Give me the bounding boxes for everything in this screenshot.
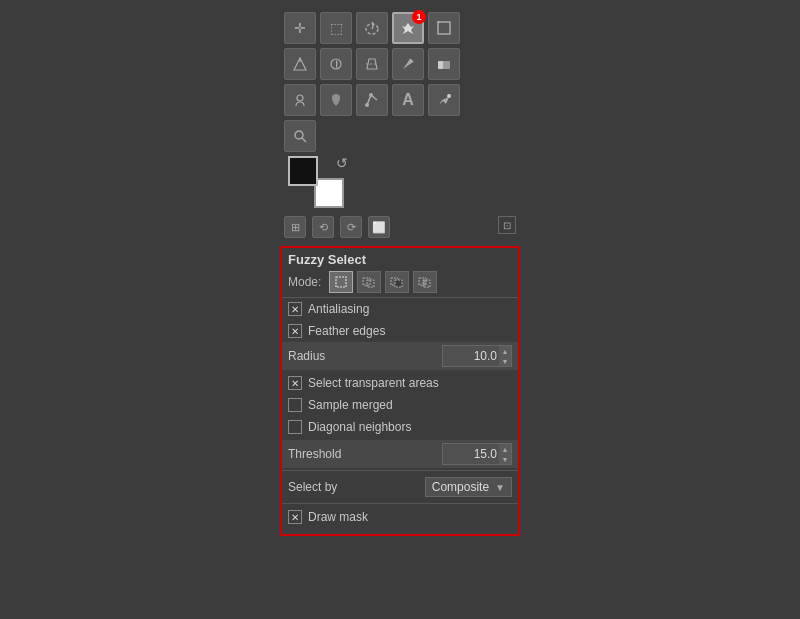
tool-row-2 <box>284 48 516 80</box>
mode-row: Mode: <box>282 269 518 297</box>
mini-icon-undo[interactable]: ⟲ <box>312 216 334 238</box>
svg-rect-4 <box>438 61 443 69</box>
antialiasing-label: Antialiasing <box>308 302 369 316</box>
draw-mask-label: Draw mask <box>308 510 368 524</box>
main-container: ✛ ⬚ 1 <box>265 0 535 619</box>
feather-edges-row: ✕ Feather edges <box>282 320 518 342</box>
tool-row-4 <box>284 120 516 152</box>
svg-point-9 <box>295 131 303 139</box>
tool-color-picker[interactable] <box>428 84 460 116</box>
mode-label: Mode: <box>288 275 321 289</box>
tool-heal[interactable] <box>320 84 352 116</box>
antialiasing-row: ✕ Antialiasing <box>282 298 518 320</box>
select-by-chevron-icon: ▼ <box>495 482 505 493</box>
mini-icon-panel[interactable]: ⊡ <box>498 216 516 234</box>
fuzzy-select-title: Fuzzy Select <box>282 248 518 269</box>
mode-intersect-btn[interactable] <box>413 271 437 293</box>
tool-lasso[interactable] <box>356 12 388 44</box>
color-reset-icon[interactable]: ↺ <box>336 156 348 170</box>
antialiasing-checkbox[interactable]: ✕ <box>288 302 302 316</box>
radius-up-arrow[interactable]: ▲ <box>499 346 511 356</box>
draw-mask-row: ✕ Draw mask <box>282 504 518 530</box>
select-by-value: Composite <box>432 480 489 494</box>
radius-arrows: ▲ ▼ <box>499 346 511 366</box>
diagonal-neighbors-label: Diagonal neighbors <box>308 420 411 434</box>
svg-point-6 <box>365 103 369 107</box>
tool-path[interactable] <box>356 84 388 116</box>
select-transparent-checkbox[interactable]: ✕ <box>288 376 302 390</box>
color-bg-swatch[interactable] <box>314 178 344 208</box>
radius-down-arrow[interactable]: ▼ <box>499 356 511 366</box>
tool-perspective[interactable] <box>356 48 388 80</box>
tool-crop[interactable] <box>428 12 460 44</box>
mode-replace-btn[interactable] <box>329 271 353 293</box>
panel-bottom-border <box>282 530 518 534</box>
tool-text[interactable]: A <box>392 84 424 116</box>
threshold-value: 15.0 <box>443 447 499 461</box>
radius-value: 10.0 <box>443 349 499 363</box>
select-by-label: Select by <box>288 480 425 494</box>
tool-flip[interactable] <box>320 48 352 80</box>
feather-edges-label: Feather edges <box>308 324 385 338</box>
mini-icon-something[interactable]: ⬜ <box>368 216 390 238</box>
threshold-label: Threshold <box>288 447 442 461</box>
select-transparent-label: Select transparent areas <box>308 376 439 390</box>
threshold-row: Threshold 15.0 ▲ ▼ <box>282 440 518 468</box>
svg-rect-1 <box>438 22 450 34</box>
threshold-up-arrow[interactable]: ▲ <box>499 444 511 454</box>
select-transparent-row: ✕ Select transparent areas <box>282 372 518 394</box>
tool-transform[interactable] <box>284 48 316 80</box>
threshold-spinner[interactable]: 15.0 ▲ ▼ <box>442 443 512 465</box>
radius-label: Radius <box>288 349 442 363</box>
sample-merged-row: Sample merged <box>282 394 518 416</box>
mini-icon-screens[interactable]: ⊞ <box>284 216 306 238</box>
feather-edges-checkbox[interactable]: ✕ <box>288 324 302 338</box>
tool-paint[interactable] <box>392 48 424 80</box>
select-by-dropdown[interactable]: Composite ▼ <box>425 477 512 497</box>
draw-mask-checkbox[interactable]: ✕ <box>288 510 302 524</box>
threshold-down-arrow[interactable]: ▼ <box>499 454 511 464</box>
tool-erase[interactable] <box>428 48 460 80</box>
color-fg-swatch[interactable] <box>288 156 318 186</box>
mode-subtract-btn[interactable] <box>385 271 409 293</box>
tool-clone[interactable] <box>284 84 316 116</box>
mode-add-btn[interactable] <box>357 271 381 293</box>
diagonal-neighbors-row: Diagonal neighbors <box>282 416 518 438</box>
tool-move[interactable]: ✛ <box>284 12 316 44</box>
tool-rect-select[interactable]: ⬚ <box>320 12 352 44</box>
tool-row-3: A <box>284 84 516 116</box>
svg-rect-15 <box>395 280 402 287</box>
fuzzy-select-panel: Fuzzy Select Mode: <box>280 246 520 536</box>
toolbox: ✛ ⬚ 1 <box>280 8 520 214</box>
select-by-row: Select by Composite ▼ <box>282 471 518 503</box>
svg-point-7 <box>369 93 373 97</box>
tool-zoom[interactable] <box>284 120 316 152</box>
svg-point-5 <box>297 95 303 101</box>
svg-point-8 <box>447 94 451 98</box>
mini-icon-redo[interactable]: ⟳ <box>340 216 362 238</box>
diagonal-neighbors-checkbox[interactable] <box>288 420 302 434</box>
notification-badge: 1 <box>412 10 426 24</box>
tool-row-1: ✛ ⬚ 1 <box>284 12 516 44</box>
svg-rect-18 <box>423 280 426 285</box>
svg-line-10 <box>302 138 306 142</box>
radius-row: Radius 10.0 ▲ ▼ <box>282 342 518 370</box>
sample-merged-label: Sample merged <box>308 398 393 412</box>
svg-rect-11 <box>336 277 346 287</box>
sample-merged-checkbox[interactable] <box>288 398 302 412</box>
tool-fuzzy-select[interactable]: 1 <box>392 12 424 44</box>
mini-icons-row: ⊞ ⟲ ⟳ ⬜ ⊡ <box>280 214 520 240</box>
threshold-arrows: ▲ ▼ <box>499 444 511 464</box>
radius-spinner[interactable]: 10.0 ▲ ▼ <box>442 345 512 367</box>
